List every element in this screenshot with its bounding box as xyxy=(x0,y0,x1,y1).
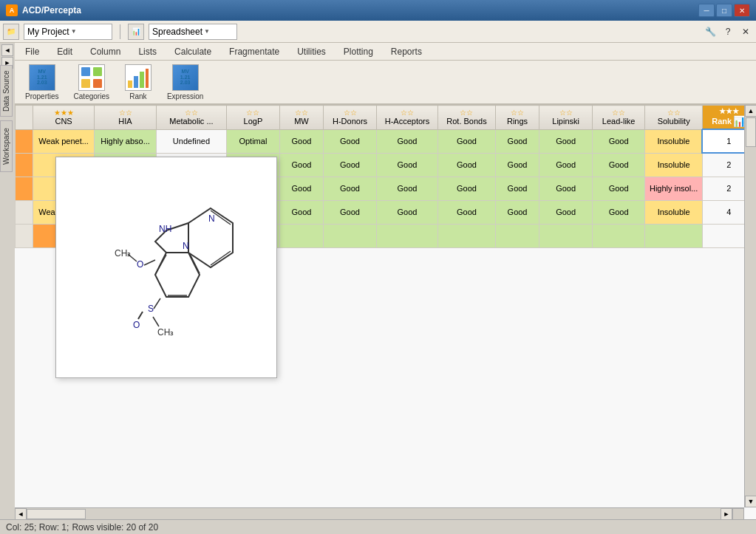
row-num-header xyxy=(16,106,33,130)
hacceptors-colname: H-Acceptors xyxy=(385,117,430,126)
scrollbar-vertical: ▲ ▼ xyxy=(744,105,756,507)
scroll-down-button[interactable]: ▼ xyxy=(745,496,756,507)
icon-toolbar: MV1.212.03 Properties Categories Rank xyxy=(15,61,756,105)
project-dropdown[interactable]: My Project ▼ xyxy=(24,24,112,40)
lipinski-colname: Lipinski xyxy=(552,117,579,126)
menu-lists[interactable]: Lists xyxy=(129,43,166,60)
svg-line-15 xyxy=(155,255,166,275)
categories-label: Categories xyxy=(74,92,109,100)
col-header-solubility: ☆☆ Solubility xyxy=(645,106,702,130)
scroll-track-h xyxy=(27,508,721,519)
cell-lipinski-3: Good xyxy=(539,177,593,200)
col-header-metabolic: ☆☆ Metabolic ... xyxy=(156,106,226,130)
close-app-icon[interactable]: ✕ xyxy=(738,24,753,39)
hia-stars: ☆☆ xyxy=(98,109,152,117)
svg-text:N: N xyxy=(208,213,215,224)
app-icon: A xyxy=(6,4,18,16)
scroll-left-button[interactable]: ◄ xyxy=(15,508,27,519)
logp-stars: ☆☆ xyxy=(230,109,276,117)
scroll-track-v xyxy=(745,117,756,496)
col-header-hdonors: ☆☆ H-Donors xyxy=(324,106,377,130)
menu-plotting[interactable]: Plotting xyxy=(335,43,382,60)
scrollbar-horizontal: ◄ ► xyxy=(15,507,744,519)
wrench-icon[interactable]: 🔧 xyxy=(703,24,718,39)
svg-rect-6 xyxy=(140,72,144,88)
cell-rings-2: Good xyxy=(495,153,539,177)
scroll-thumb-v[interactable] xyxy=(746,117,756,147)
categories-tool[interactable]: Categories xyxy=(69,63,114,102)
minimize-button[interactable]: ─ xyxy=(698,4,715,17)
side-collapse-left[interactable]: ◄ xyxy=(1,44,13,56)
cell-leadlike-4: Good xyxy=(592,200,645,224)
col-header-mw: ☆☆ MW xyxy=(279,106,324,130)
svg-line-10 xyxy=(211,251,231,265)
status-col-row: Col: 25; Row: 1; xyxy=(6,522,69,533)
spreadsheet-dropdown[interactable]: Spreadsheet ▼ xyxy=(149,24,237,40)
metabolic-stars: ☆☆ xyxy=(160,109,223,117)
menu-fragmentate[interactable]: Fragmentate xyxy=(220,43,288,60)
menu-calculate[interactable]: Calculate xyxy=(166,43,220,60)
cell-leadlike-5 xyxy=(592,224,645,247)
svg-rect-3 xyxy=(93,79,102,88)
menu-file[interactable]: File xyxy=(16,43,48,60)
maximize-button[interactable]: □ xyxy=(716,4,732,17)
cell-rotbonds-5 xyxy=(438,224,495,247)
molecule-svg: NH N O CH₃ S O xyxy=(63,164,270,371)
menu-column[interactable]: Column xyxy=(81,43,129,60)
workspace-tab[interactable]: Workspace xyxy=(0,120,13,172)
cell-rings-3: Good xyxy=(495,177,539,200)
col-header-lipinski: ☆☆ Lipinski xyxy=(539,106,593,130)
toolbar-right-icons: 🔧 ? ✕ xyxy=(703,24,753,39)
cell-leadlike-2: Good xyxy=(592,153,645,177)
toolbar-row: 📁 My Project ▼ 📊 Spreadsheet ▼ 🔧 ? ✕ xyxy=(0,21,756,43)
cell-logp-1: Optimal xyxy=(227,129,280,153)
cell-rings-1: Good xyxy=(495,129,539,153)
expression-tool[interactable]: MV1.212.03 Expression xyxy=(163,63,208,102)
cell-rotbonds-3: Good xyxy=(438,177,495,200)
scroll-up-button[interactable]: ▲ xyxy=(745,105,756,117)
svg-rect-2 xyxy=(81,79,90,88)
toolbar-separator xyxy=(120,24,120,39)
cell-hacceptors-3: Good xyxy=(376,177,437,200)
menu-utilities[interactable]: Utilities xyxy=(288,43,335,60)
spreadsheet-label: Spreadsheet xyxy=(152,27,202,37)
svg-rect-0 xyxy=(81,67,90,76)
solubility-stars: ☆☆ xyxy=(648,109,698,117)
cell-solubility-2: Insoluble xyxy=(645,153,702,177)
scroll-right-button[interactable]: ► xyxy=(721,508,732,519)
help-icon[interactable]: ? xyxy=(721,24,735,39)
svg-text:CH₃: CH₃ xyxy=(115,248,131,259)
svg-rect-4 xyxy=(128,81,132,88)
menu-edit[interactable]: Edit xyxy=(48,43,81,60)
cell-leadlike-3: Good xyxy=(592,177,645,200)
mw-stars: ☆☆ xyxy=(283,109,321,117)
properties-tool[interactable]: MV1.212.03 Properties xyxy=(21,63,64,102)
project-label: My Project xyxy=(27,27,69,37)
logp-colname: LogP xyxy=(244,117,263,126)
row-header-4 xyxy=(16,200,33,224)
hdonors-colname: H-Donors xyxy=(333,117,367,126)
molecule-popup: NH N O CH₃ S O xyxy=(55,157,277,378)
cell-lipinski-4: Good xyxy=(539,200,593,224)
cell-mw-1: Good xyxy=(279,129,324,153)
menu-reports[interactable]: Reports xyxy=(382,43,431,60)
rank-tool[interactable]: Rank xyxy=(120,63,157,102)
leadlike-stars: ☆☆ xyxy=(596,109,642,117)
hacceptors-stars: ☆☆ xyxy=(380,109,435,117)
col-header-logp: ☆☆ LogP xyxy=(227,106,280,130)
titlebar-left: A ACD/Percepta xyxy=(6,4,81,16)
cell-hdonors-5 xyxy=(324,224,377,247)
svg-line-19 xyxy=(144,260,155,265)
rank-label: Rank xyxy=(129,92,146,100)
col-header-hacceptors: ☆☆ H-Acceptors xyxy=(376,106,437,130)
properties-label: Properties xyxy=(25,92,59,100)
close-button[interactable]: ✕ xyxy=(734,4,750,17)
menubar: File Edit Column Lists Calculate Fragmen… xyxy=(15,43,756,61)
cell-hia-1: Highly abso... xyxy=(95,129,156,153)
cell-hacceptors-4: Good xyxy=(376,200,437,224)
svg-text:CH₃: CH₃ xyxy=(157,327,174,338)
col-header-hia: ☆☆ HIA xyxy=(95,106,156,130)
data-source-tab[interactable]: Data Source xyxy=(0,65,13,117)
svg-text:O: O xyxy=(133,320,140,330)
scroll-thumb-h[interactable] xyxy=(27,509,86,519)
